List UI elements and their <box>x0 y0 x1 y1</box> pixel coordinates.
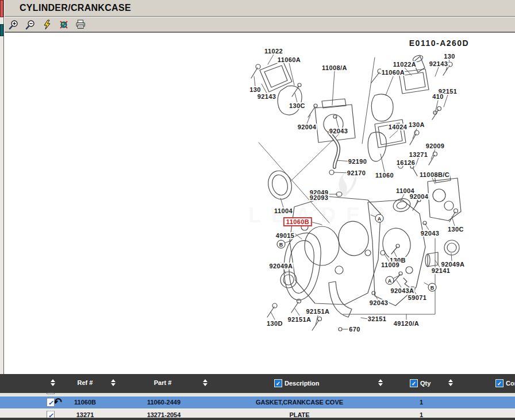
view-marker-a: A <box>375 214 384 223</box>
diagram-code: E0110-A260D <box>409 38 469 48</box>
part-label[interactable]: 16126 <box>396 159 416 166</box>
zoom-out-button[interactable] <box>24 19 37 30</box>
parts-table: Ref # Part # ✓ Description ✓ Qty ✓ Com ✓… <box>0 374 515 420</box>
com-checkbox[interactable]: ✓ <box>495 379 504 387</box>
qty-checkbox[interactable]: ✓ <box>410 379 418 387</box>
sort-button-description[interactable] <box>378 379 383 386</box>
part-label[interactable]: 410 <box>432 93 444 100</box>
cell-qty: 1 <box>420 396 423 409</box>
toolbar <box>5 17 515 33</box>
part-label[interactable]: 11060A <box>381 69 405 76</box>
docked-tab-teal[interactable] <box>0 24 3 36</box>
zoom-out-icon <box>25 20 36 30</box>
part-label[interactable]: 92043 <box>420 230 440 237</box>
part-label[interactable]: 92190 <box>348 158 368 165</box>
part-label[interactable]: 92170 <box>347 169 367 176</box>
hotspot-bug-button[interactable] <box>57 19 70 30</box>
print-icon <box>75 20 86 29</box>
diagram-canvas[interactable]: LEADER <box>5 34 515 374</box>
zoom-in-button[interactable] <box>7 19 20 30</box>
part-label[interactable]: 130 <box>443 53 456 60</box>
column-header-description[interactable]: ✓ Description <box>274 379 320 387</box>
cell-part: 11060-2450 <box>147 393 180 396</box>
part-label[interactable]: 92043A <box>390 287 415 294</box>
column-header-part[interactable]: Part # <box>154 379 172 386</box>
view-marker-b: B <box>428 283 437 292</box>
table-bottom-border <box>0 418 515 420</box>
part-label[interactable]: 130 <box>249 86 262 93</box>
part-label[interactable]: 11008B/C <box>419 171 450 178</box>
lightning-icon <box>43 20 52 30</box>
zoom-in-icon <box>9 20 19 30</box>
lightning-button[interactable] <box>41 19 53 30</box>
edit-check-icon[interactable]: ✓ <box>47 393 55 394</box>
sort-button-qty[interactable] <box>448 379 453 386</box>
part-label[interactable]: 11022A <box>393 61 417 68</box>
part-label[interactable]: 59071 <box>408 294 428 301</box>
column-header-com[interactable]: ✓ Com <box>495 379 515 387</box>
page-title: CYLINDER/CRANKCASE <box>20 3 131 13</box>
part-label[interactable]: 92143 <box>429 60 449 67</box>
docked-tab-red[interactable] <box>0 0 3 17</box>
sort-button-ref[interactable] <box>111 379 116 386</box>
table-row-selected[interactable]: ↶✓11060B11060-2449GASKET,CRANKCASE COVE1 <box>0 396 515 409</box>
exploded-view-artwork <box>5 34 515 374</box>
cell-description: GASKET,CARBURETOR <box>263 393 336 396</box>
parts-table-header: Ref # Part # ✓ Description ✓ Qty ✓ Com <box>0 374 515 393</box>
print-button[interactable] <box>74 19 87 30</box>
description-checkbox[interactable]: ✓ <box>274 379 282 387</box>
view-marker-a: A <box>386 276 394 285</box>
part-label[interactable]: 11022 <box>264 48 283 55</box>
part-label[interactable]: 13271 <box>409 151 429 158</box>
part-label[interactable]: 130C <box>447 226 464 233</box>
part-label[interactable]: 130C <box>289 102 306 109</box>
column-header-ref[interactable]: Ref # <box>78 379 93 386</box>
part-label[interactable]: 92151A <box>306 308 330 315</box>
part-label[interactable]: 130A <box>408 121 425 128</box>
column-header-qty[interactable]: ✓ Qty <box>410 379 431 387</box>
edit-check-icon[interactable]: ✓ <box>47 398 55 407</box>
part-label[interactable]: 49120/A <box>393 320 420 327</box>
cell-qty: 1 <box>420 393 423 396</box>
hotspot-bug-icon <box>59 20 69 30</box>
part-label[interactable]: 92004 <box>297 124 317 130</box>
part-label[interactable]: 92043 <box>329 128 349 134</box>
parts-table-rows: ✓11060A11060-2450GASKET,CARBURETOR1↶✓110… <box>0 393 515 420</box>
part-label[interactable]: 92141 <box>431 267 451 274</box>
part-label[interactable]: 92049A <box>269 263 294 269</box>
part-label[interactable]: 670 <box>348 326 361 333</box>
titlebar: CYLINDER/CRANKCASE <box>5 0 515 17</box>
part-label[interactable]: 92009 <box>425 142 445 149</box>
part-label[interactable]: 92143 <box>257 93 277 100</box>
cell-description: GASKET,CRANKCASE COVE <box>256 396 343 409</box>
sort-button-part[interactable] <box>203 379 207 386</box>
part-label[interactable]: 92093 <box>309 194 329 201</box>
part-label[interactable]: 11060 <box>375 172 394 179</box>
view-marker-b: B <box>277 240 286 249</box>
part-label[interactable]: 92043 <box>369 299 389 306</box>
part-label[interactable]: 92004 <box>409 193 429 200</box>
part-label[interactable]: 11004 <box>274 207 293 214</box>
part-label[interactable]: 130D <box>266 320 283 327</box>
part-label[interactable]: 92151A <box>287 316 312 323</box>
part-label[interactable]: 11060A <box>277 56 301 63</box>
sort-button-icon-column[interactable] <box>51 379 55 386</box>
cell-part: 11060-2449 <box>147 396 180 409</box>
part-label[interactable]: 14024 <box>388 124 408 130</box>
parts-catalog-window: CYLINDER/CRANKCASE <box>0 0 515 420</box>
part-label[interactable]: 11009 <box>381 261 400 268</box>
part-label[interactable]: 49015 <box>275 232 295 239</box>
cell-ref: 11060A <box>74 393 96 396</box>
cell-ref: 11060B <box>74 396 96 409</box>
docked-panel-strip <box>0 0 4 374</box>
part-label[interactable]: 11008/A <box>321 64 348 71</box>
part-label-highlighted[interactable]: 11060B <box>283 217 312 226</box>
part-label[interactable]: 32151 <box>367 315 387 322</box>
